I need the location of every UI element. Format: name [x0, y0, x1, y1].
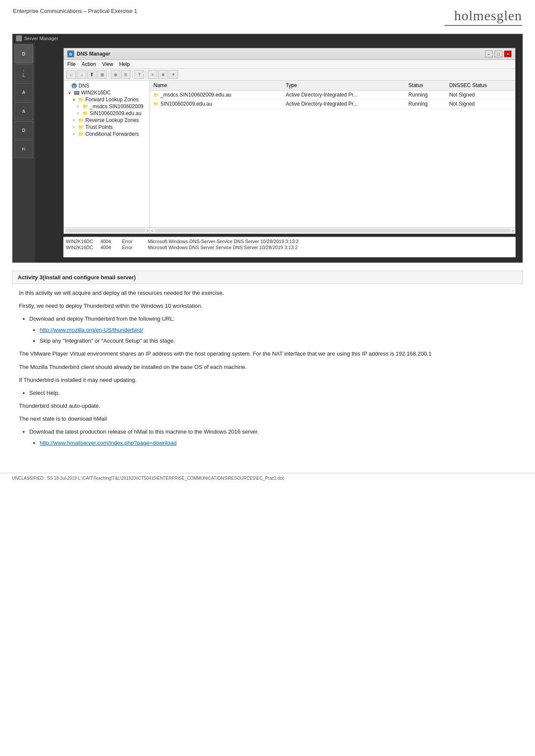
dns-tree-icon: D: [71, 83, 77, 89]
table-row[interactable]: 📁 SIN100602009.edu.au Active Directory-I…: [150, 100, 515, 109]
menu-view[interactable]: View: [102, 61, 113, 67]
dns-tree: D DNS ∨: [64, 81, 150, 227]
col-status: Status: [405, 81, 446, 91]
sub-bullet-hmail-link: http://www.hmailserver.com/index.php?pag…: [40, 438, 516, 448]
activity-para4: If Thunderbird is installed it may need …: [19, 375, 516, 385]
activity-header: Activity 3(install and configure hmail s…: [12, 271, 523, 284]
sidebar-item-fi[interactable]: Fi: [14, 140, 33, 158]
tb-up[interactable]: ⬆: [87, 70, 97, 79]
tree-forward-lookup[interactable]: ∨ 📁 Forward Lookup Zones: [64, 96, 150, 103]
detail-scrollbar[interactable]: [155, 229, 510, 232]
event2-desc: Microsoft Windows DNS Server Service DNS…: [148, 245, 297, 250]
minimize-button[interactable]: –: [485, 50, 493, 57]
event-row-2: WIN2K16DC 4004 Error Microsoft Windows D…: [66, 244, 513, 250]
tb-view1[interactable]: ≡: [148, 70, 157, 79]
menu-help[interactable]: Help: [119, 61, 130, 67]
trust-arrow: >: [72, 125, 77, 129]
event1-level: Error: [122, 239, 144, 244]
tb-help[interactable]: ?: [135, 70, 144, 79]
sidebar-item-a1[interactable]: A: [14, 83, 33, 101]
sub-bullet-link1: http://www.mozilla.org/en-US/thunderbird…: [40, 325, 516, 335]
tb-sep2: [132, 71, 133, 78]
scroll-left: >: [64, 228, 150, 234]
forward-arrow: ∨: [72, 97, 77, 102]
tree-dns-label: DNS: [78, 83, 89, 89]
row2-dnssec: Not Signed: [446, 100, 515, 109]
scroll-right-arrow[interactable]: >: [146, 228, 149, 233]
sin-folder-icon: 📁: [82, 110, 88, 116]
event1-desc: Microsoft-Windows-DNS-Server-Service DNS…: [148, 239, 299, 244]
tree-forward-label: Forward Lookup Zones: [85, 97, 138, 103]
menu-file[interactable]: File: [67, 61, 75, 67]
app-sidebar: D i L A A D Fi: [13, 43, 35, 262]
activity-sub-bullets1: http://www.mozilla.org/en-US/thunderbird…: [40, 325, 516, 346]
tb-forward[interactable]: →: [77, 70, 86, 79]
bullet3-text: Download the latest production release o…: [29, 428, 259, 435]
event-log: WIN2K16DC 4004 Error Microsoft-Windows-D…: [63, 237, 516, 257]
bullet1-text: Download and deploy Thunderbird from the…: [29, 316, 175, 322]
dns-window-controls: – □ ×: [485, 50, 512, 57]
tree-msdcs[interactable]: > 📁 _msdcs.SIN100602009: [64, 103, 150, 110]
row1-dnssec: Not Signed: [446, 91, 515, 100]
server-manager-icon: [16, 35, 22, 41]
event2-source: WIN2K16DC: [66, 245, 96, 250]
activity-body: In this activity we will acquire and dep…: [12, 284, 523, 456]
sidebar-item-d[interactable]: D: [14, 44, 33, 63]
tree-sin[interactable]: > 📁 SIN100602009.edu.au: [64, 110, 150, 117]
event-row-1: WIN2K16DC 4004 Error Microsoft-Windows-D…: [66, 238, 513, 244]
dns-title-icon: D: [67, 50, 74, 57]
row2-name: 📁 SIN100602009.edu.au: [150, 100, 282, 109]
dns-titlebar: D DNS Manager – □ ×: [64, 48, 515, 60]
sidebar-item-a2[interactable]: A: [14, 102, 33, 120]
detail-scroll-right[interactable]: >: [511, 228, 515, 233]
tb-refresh[interactable]: ⊕: [111, 70, 120, 79]
server-manager-bar: Server Manager: [13, 34, 522, 43]
tree-dns[interactable]: D DNS: [64, 82, 150, 89]
page-footer: UNCLASSIFIED : SS 18-Jul-2019 L:\CAIT\Te…: [0, 473, 535, 483]
tb-view3[interactable]: ✦: [169, 70, 178, 79]
row2-type: Active Directory-Integrated Pr...: [282, 100, 405, 109]
tree-server-label: WIN2K16DC: [81, 90, 111, 96]
sidebar-item-d2[interactable]: D: [14, 121, 33, 139]
tree-sin-label: SIN100602009.edu.au: [90, 110, 141, 116]
tb-back[interactable]: ←: [66, 70, 76, 79]
bullet3-item: Download the latest production release o…: [29, 427, 516, 448]
maximize-button[interactable]: □: [494, 50, 502, 57]
trust-folder-icon: 📁: [78, 124, 84, 130]
event2-id: 4004: [100, 245, 118, 250]
bullet2-text: Select Help.: [29, 390, 59, 396]
page-header: Enterprise Communications – Practical Ex…: [0, 0, 535, 29]
row1-name: 📁 _msdcs.SIN100602009.edu.au: [150, 91, 282, 100]
reverse-arrow: >: [72, 118, 77, 122]
table-row[interactable]: 📁 _msdcs.SIN100602009.edu.au Active Dire…: [150, 91, 515, 100]
logo: holmesglen: [444, 8, 522, 24]
tree-server[interactable]: ∨ WIN2K16DC: [64, 89, 150, 96]
event1-id: 4004: [100, 239, 118, 244]
thunderbird-link[interactable]: http://www.mozilla.org/en-US/thunderbird…: [40, 327, 143, 333]
tree-conditional[interactable]: > 📁 Conditional Forwarders: [64, 131, 150, 137]
activity-para5: Thunderbird should auto-update.: [19, 401, 516, 411]
detail-scroll-left[interactable]: <: [150, 228, 154, 233]
col-name: Name: [150, 81, 282, 91]
menu-action[interactable]: Action: [81, 61, 96, 67]
tb-view2[interactable]: ⊠: [158, 70, 168, 79]
screenshot-container: Server Manager D i L A A D Fi: [12, 34, 523, 263]
footer-text: UNCLASSIFIED : SS 18-Jul-2019 L:\CAIT\Te…: [12, 476, 285, 481]
tb-export[interactable]: ⎘: [121, 70, 131, 79]
close-button[interactable]: ×: [504, 50, 512, 57]
tree-reverse[interactable]: > 📁 Reverse Lookup Zones: [64, 117, 150, 124]
tree-scrollbar[interactable]: [66, 229, 145, 232]
tb-show-tree[interactable]: ⊞: [97, 70, 107, 79]
sidebar-item-l[interactable]: i L: [14, 64, 33, 82]
activity-bullets1: Download and deploy Thunderbird from the…: [29, 314, 516, 346]
event1-source: WIN2K16DC: [66, 239, 96, 244]
svg-text:D: D: [69, 52, 72, 56]
hmail-link[interactable]: http://www.hmailserver.com/index.php?pag…: [40, 440, 177, 446]
tb-sep3: [146, 71, 146, 78]
activity-sub-bullets3: http://www.hmailserver.com/index.php?pag…: [40, 438, 516, 448]
page-title: Enterprise Communications – Practical Ex…: [13, 8, 137, 14]
activity-bullets3: Download the latest production release o…: [29, 427, 516, 448]
logo-area: holmesglen: [444, 8, 522, 26]
tree-trust[interactable]: > 📁 Trust Points: [64, 124, 150, 131]
tree-msdcs-label: _msdcs.SIN100602009: [90, 103, 144, 109]
